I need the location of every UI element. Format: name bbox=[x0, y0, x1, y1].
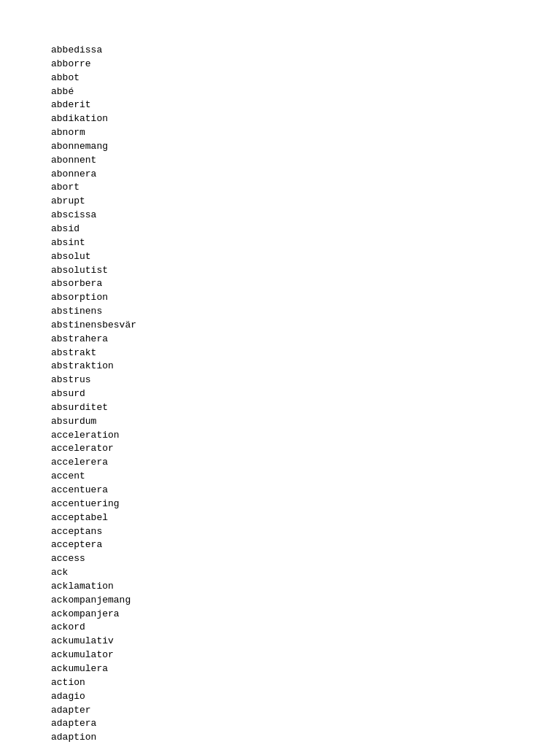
list-item: abstrakt bbox=[51, 347, 509, 360]
list-item: accelerator bbox=[51, 442, 509, 456]
list-item: accentuera bbox=[51, 484, 509, 498]
list-item: abbedissa bbox=[51, 44, 509, 58]
list-item: abonnemang bbox=[51, 140, 509, 154]
list-item: abbot bbox=[51, 71, 509, 85]
list-item: action bbox=[51, 676, 509, 690]
list-item: acceptans bbox=[51, 525, 509, 539]
list-item: acceptabel bbox=[51, 511, 509, 525]
word-list: abbedissaabborreabbotabbéabderitabdikati… bbox=[51, 44, 509, 747]
list-item: abscissa bbox=[51, 209, 509, 222]
list-item: abdikation bbox=[51, 112, 509, 126]
list-item: access bbox=[51, 552, 509, 566]
list-item: adagio bbox=[51, 690, 509, 704]
list-item: absolutist bbox=[51, 264, 509, 278]
list-item: absurditet bbox=[51, 401, 509, 415]
list-item: absorbera bbox=[51, 277, 509, 291]
list-item: abrupt bbox=[51, 195, 509, 209]
list-item: acklamation bbox=[51, 580, 509, 594]
list-item: abonnent bbox=[51, 154, 509, 168]
list-item: abstinens bbox=[51, 305, 509, 319]
list-item: abstrus bbox=[51, 374, 509, 387]
list-item: ackumulera bbox=[51, 662, 509, 676]
list-item: abborre bbox=[51, 58, 509, 71]
list-item: adapter bbox=[51, 704, 509, 718]
list-item: abonnera bbox=[51, 168, 509, 182]
list-item: absint bbox=[51, 236, 509, 250]
list-item: adaption bbox=[51, 731, 509, 745]
list-item: ackompanjemang bbox=[51, 594, 509, 608]
list-item: abnorm bbox=[51, 126, 509, 140]
list-item: absurd bbox=[51, 387, 509, 401]
list-item: acceptera bbox=[51, 538, 509, 552]
list-item: adaptera bbox=[51, 717, 509, 731]
list-item: ack bbox=[51, 566, 509, 580]
list-item: ackompanjera bbox=[51, 608, 509, 622]
list-item: accent bbox=[51, 470, 509, 484]
list-item: acceleration bbox=[51, 429, 509, 443]
list-item: abstrahera bbox=[51, 333, 509, 347]
list-item: accelerera bbox=[51, 456, 509, 470]
list-item: accentuering bbox=[51, 498, 509, 511]
list-item: abderit bbox=[51, 98, 509, 112]
list-item: ackumulativ bbox=[51, 635, 509, 649]
list-item: absorption bbox=[51, 291, 509, 305]
list-item: abstinensbesvär bbox=[51, 319, 509, 333]
list-item: ackord bbox=[51, 621, 509, 635]
list-item: abstraktion bbox=[51, 360, 509, 374]
list-item: absurdum bbox=[51, 415, 509, 429]
list-item: absid bbox=[51, 222, 509, 236]
list-item: abort bbox=[51, 181, 509, 195]
list-item: ackumulator bbox=[51, 649, 509, 662]
list-item: absolut bbox=[51, 250, 509, 264]
list-item: abbé bbox=[51, 85, 509, 99]
